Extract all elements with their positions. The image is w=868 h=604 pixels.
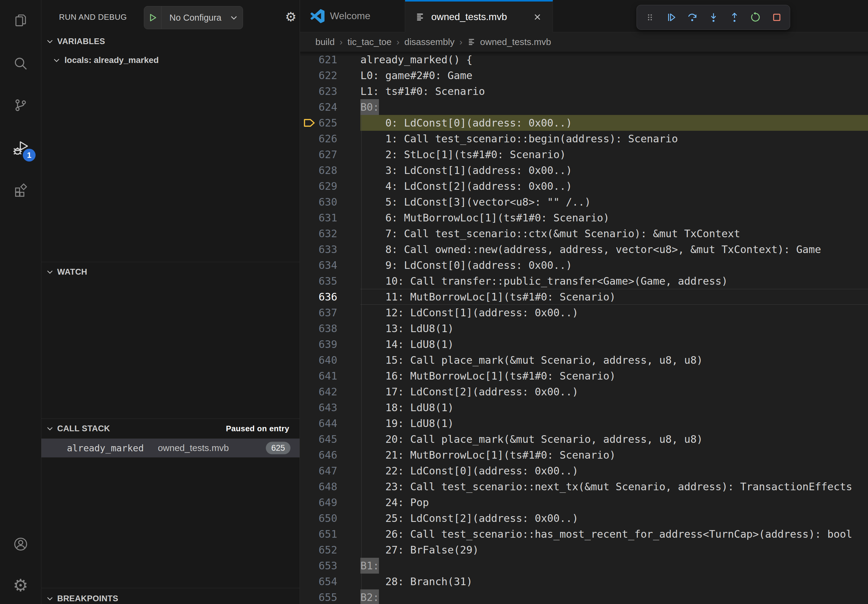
breakpoint-gutter[interactable]	[300, 589, 318, 604]
code-line-634[interactable]: 634 9: LdConst[0](address: 0x00..)	[300, 257, 868, 273]
code-line-631[interactable]: 631 6: MutBorrowLoc[1](ts#1#0: Scenario)	[300, 210, 868, 226]
start-debug-button[interactable]	[144, 6, 161, 29]
breakpoint-gutter[interactable]	[300, 242, 318, 257]
debug-settings-gear-icon[interactable]: ⚙	[285, 10, 296, 24]
breakpoint-gutter[interactable]	[300, 558, 318, 574]
breakpoint-gutter[interactable]	[300, 526, 318, 542]
breakpoint-gutter[interactable]	[300, 147, 318, 163]
code-line-626[interactable]: 626 1: Call test_scenario::begin(address…	[300, 131, 868, 147]
breakpoint-gutter[interactable]	[300, 163, 318, 178]
code-text[interactable]: 26: Call test_scenario::has_most_recent_…	[360, 526, 868, 542]
code-line-655[interactable]: 655B2:	[300, 589, 868, 604]
code-text[interactable]: 21: MutBorrowLoc[1](ts#1#0: Scenario)	[360, 447, 868, 463]
code-text[interactable]: 12: LdConst[1](address: 0x00..)	[360, 305, 868, 321]
breadcrumb-item-disassembly[interactable]: disassembly	[404, 37, 454, 47]
breakpoint-gutter[interactable]	[300, 336, 318, 352]
breakpoint-gutter[interactable]	[300, 574, 318, 589]
code-text[interactable]: 25: LdConst[2](address: 0x00..)	[360, 510, 868, 526]
code-text[interactable]: 6: MutBorrowLoc[1](ts#1#0: Scenario)	[360, 210, 868, 226]
breakpoint-gutter[interactable]	[300, 447, 318, 463]
code-line-623[interactable]: 623L1: ts#1#0: Scenario	[300, 83, 868, 99]
settings-button[interactable]: ⚙	[0, 568, 41, 602]
code-text[interactable]: B2:	[360, 589, 868, 604]
code-text[interactable]: 1: Call test_scenario::begin(address): S…	[360, 131, 868, 147]
variables-scope-locals[interactable]: locals: already_marked	[41, 52, 299, 68]
code-text[interactable]: B0:	[360, 99, 868, 115]
sidebar-item-extensions[interactable]	[0, 173, 41, 207]
code-text[interactable]: 23: Call test_scenario::next_tx(&mut Sce…	[360, 479, 868, 494]
tab-owned-tests[interactable]: owned_tests.mvb	[405, 0, 553, 32]
code-text[interactable]: 15: Call place_mark(&mut Scenario, addre…	[360, 352, 868, 368]
code-line-638[interactable]: 638 13: LdU8(1)	[300, 321, 868, 336]
code-text[interactable]: 3: LdConst[1](address: 0x00..)	[360, 163, 868, 178]
code-line-644[interactable]: 644 19: LdU8(1)	[300, 415, 868, 431]
code-editor[interactable]: 621already_marked() {622L0: game#2#0: Ga…	[300, 52, 868, 604]
code-text[interactable]: 7: Call test_scenario::ctx(&mut Scenario…	[360, 226, 868, 242]
code-line-646[interactable]: 646 21: MutBorrowLoc[1](ts#1#0: Scenario…	[300, 447, 868, 463]
sidebar-item-run-and-debug[interactable]: 1	[0, 131, 41, 165]
code-line-621[interactable]: 621already_marked() {	[300, 52, 868, 68]
code-line-632[interactable]: 632 7: Call test_scenario::ctx(&mut Scen…	[300, 226, 868, 242]
code-text[interactable]: 17: LdConst[2](address: 0x00..)	[360, 384, 868, 400]
code-text[interactable]: 0: LdConst[0](address: 0x00..)	[360, 115, 868, 131]
code-line-653[interactable]: 653B1:	[300, 558, 868, 574]
code-text[interactable]: 20: Call place_mark(&mut Scenario, addre…	[360, 431, 868, 447]
breakpoint-gutter[interactable]	[300, 210, 318, 226]
breakpoint-gutter[interactable]	[300, 415, 318, 431]
sidebar-item-source-control[interactable]	[0, 88, 41, 122]
code-text[interactable]: 28: Branch(31)	[360, 574, 868, 589]
breakpoint-gutter[interactable]	[300, 289, 318, 305]
call-stack-frame-row[interactable]: already_marked owned_tests.mvb 625	[41, 438, 299, 457]
sidebar-item-search[interactable]	[0, 46, 41, 81]
code-line-652[interactable]: 652 27: BrFalse(29)	[300, 542, 868, 558]
code-line-630[interactable]: 630 5: LdConst[3](vector<u8>: "" /..)	[300, 194, 868, 210]
breakpoint-gutter[interactable]	[300, 305, 318, 321]
breakpoint-gutter[interactable]	[300, 368, 318, 384]
step-over-button[interactable]	[684, 9, 700, 25]
variables-section-header[interactable]: VARIABLES	[41, 34, 299, 49]
breakpoint-gutter[interactable]	[300, 321, 318, 336]
code-text[interactable]: B1:	[360, 558, 868, 574]
code-line-654[interactable]: 654 28: Branch(31)	[300, 574, 868, 589]
breakpoint-gutter[interactable]	[300, 99, 318, 115]
call-stack-section-header[interactable]: CALL STACK Paused on entry	[41, 421, 299, 437]
stop-button[interactable]	[769, 9, 785, 25]
breakpoint-gutter[interactable]	[300, 542, 318, 558]
breakpoint-gutter[interactable]	[300, 257, 318, 273]
code-text[interactable]: 22: LdConst[0](address: 0x00..)	[360, 463, 868, 479]
breadcrumb-item-build[interactable]: build	[315, 37, 335, 47]
breakpoint-gutter[interactable]	[300, 400, 318, 415]
breakpoint-gutter[interactable]	[300, 68, 318, 83]
code-text[interactable]: 27: BrFalse(29)	[360, 542, 868, 558]
sidebar-item-explorer[interactable]	[0, 4, 41, 38]
code-text[interactable]: 5: LdConst[3](vector<u8>: "" /..)	[360, 194, 868, 210]
code-text[interactable]: 14: LdU8(1)	[360, 336, 868, 352]
code-line-645[interactable]: 645 20: Call place_mark(&mut Scenario, a…	[300, 431, 868, 447]
code-line-624[interactable]: 624B0:	[300, 99, 868, 115]
code-text[interactable]: 8: Call owned::new(address, address, vec…	[360, 242, 868, 257]
code-line-641[interactable]: 641 16: MutBorrowLoc[1](ts#1#0: Scenario…	[300, 368, 868, 384]
breakpoints-section-header[interactable]: BREAKPOINTS	[41, 591, 299, 604]
code-line-639[interactable]: 639 14: LdU8(1)	[300, 336, 868, 352]
code-line-627[interactable]: 627 2: StLoc[1](ts#1#0: Scenario)	[300, 147, 868, 163]
breadcrumb-item-file[interactable]: owned_tests.mvb	[467, 37, 551, 47]
code-line-647[interactable]: 647 22: LdConst[0](address: 0x00..)	[300, 463, 868, 479]
breakpoint-gutter[interactable]	[300, 494, 318, 510]
code-text[interactable]: 18: LdU8(1)	[360, 400, 868, 415]
watch-section-header[interactable]: WATCH	[41, 264, 299, 280]
code-text[interactable]: L1: ts#1#0: Scenario	[360, 83, 868, 99]
breakpoint-gutter[interactable]	[300, 352, 318, 368]
code-line-651[interactable]: 651 26: Call test_scenario::has_most_rec…	[300, 526, 868, 542]
step-into-button[interactable]	[705, 9, 721, 25]
code-text[interactable]: 16: MutBorrowLoc[1](ts#1#0: Scenario)	[360, 368, 868, 384]
code-line-642[interactable]: 642 17: LdConst[2](address: 0x00..)	[300, 384, 868, 400]
account-button[interactable]	[0, 527, 41, 561]
code-line-649[interactable]: 649 24: Pop	[300, 494, 868, 510]
debug-exec-gutter-marker[interactable]	[300, 115, 318, 131]
code-line-650[interactable]: 650 25: LdConst[2](address: 0x00..)	[300, 510, 868, 526]
code-text[interactable]: L0: game#2#0: Game	[360, 68, 868, 83]
code-text[interactable]: 24: Pop	[360, 494, 868, 510]
breakpoint-gutter[interactable]	[300, 52, 318, 68]
code-text[interactable]: 2: StLoc[1](ts#1#0: Scenario)	[360, 147, 868, 163]
breakpoint-gutter[interactable]	[300, 83, 318, 99]
